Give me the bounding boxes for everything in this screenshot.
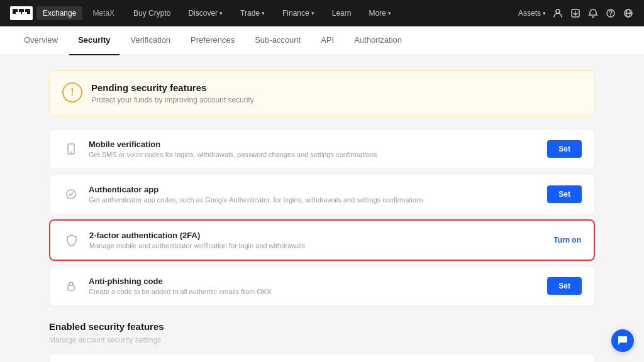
2fa-turn-on-button[interactable]: Turn on: [553, 236, 581, 244]
trade-nav[interactable]: Trade ▾: [235, 6, 270, 20]
anti-phishing-card: Anti-phishing code Create a code to be a…: [49, 266, 595, 306]
nav-right: Assets ▾: [518, 8, 634, 19]
buy-crypto-nav[interactable]: Buy Crypto: [128, 6, 175, 20]
pending-text-block: Pending security features Protect your f…: [91, 82, 254, 104]
svg-rect-4: [22, 12, 27, 17]
anti-phishing-text: Anti-phishing code Create a code to be a…: [89, 277, 538, 295]
top-navigation: Exchange MetaX Buy Crypto Discover ▾ Tra…: [0, 0, 644, 26]
assets-chevron: ▾: [543, 10, 546, 16]
download-icon[interactable]: [570, 8, 581, 19]
authenticator-app-desc: Get authenticator app codes, such as Goo…: [89, 196, 538, 204]
trade-chevron: ▾: [262, 10, 265, 16]
finance-chevron: ▾: [311, 10, 314, 16]
globe-icon[interactable]: [623, 8, 634, 19]
2fa-card: 2-factor authentication (2FA) Manage mob…: [49, 219, 595, 261]
authenticator-app-card: Authenticator app Get authenticator app …: [49, 174, 595, 214]
discover-nav[interactable]: Discover ▾: [183, 6, 228, 20]
mobile-verification-title: Mobile verification: [89, 140, 538, 149]
metax-tab[interactable]: MetaX: [86, 6, 121, 20]
pending-title: Pending security features: [91, 82, 254, 93]
mobile-verification-desc: Get SMS or voice codes for logins, withd…: [89, 151, 538, 158]
finance-nav[interactable]: Finance ▾: [277, 6, 319, 20]
warning-icon: !: [62, 82, 82, 102]
more-nav[interactable]: More ▾: [364, 6, 396, 20]
mobile-verification-text: Mobile verification Get SMS or voice cod…: [89, 140, 538, 158]
tab-preferences[interactable]: Preferences: [182, 26, 243, 55]
pending-security-banner: ! Pending security features Protect your…: [49, 70, 595, 116]
mobile-icon: [62, 140, 80, 158]
bell-icon[interactable]: [587, 8, 599, 19]
main-content: ! Pending security features Protect your…: [39, 70, 605, 362]
logo-area: Exchange MetaX: [10, 6, 121, 20]
more-chevron: ▾: [388, 10, 391, 16]
mobile-verification-card: Mobile verification Get SMS or voice cod…: [49, 129, 595, 169]
svg-rect-15: [68, 285, 74, 290]
discover-chevron: ▾: [219, 10, 223, 16]
anti-phishing-set-button[interactable]: Set: [547, 277, 582, 295]
authenticator-app-set-button[interactable]: Set: [547, 185, 582, 203]
tab-authorization[interactable]: Authorization: [345, 26, 411, 55]
svg-rect-3: [16, 12, 21, 17]
mobile-verification-set-button[interactable]: Set: [547, 140, 582, 158]
svg-point-8: [610, 15, 611, 16]
tab-overview[interactable]: Overview: [15, 26, 67, 55]
user-icon[interactable]: [552, 8, 564, 19]
help-icon[interactable]: [605, 8, 616, 19]
chat-bubble-button[interactable]: [611, 329, 634, 352]
learn-nav[interactable]: Learn: [327, 6, 357, 20]
shield-icon: [63, 231, 80, 249]
lock-icon: [62, 277, 80, 295]
authenticator-app-title: Authenticator app: [89, 185, 538, 194]
okx-logo[interactable]: [10, 6, 33, 20]
pending-subtitle: Protect your funds by improving account …: [91, 96, 254, 104]
authenticator-icon: [62, 185, 80, 203]
tab-security[interactable]: Security: [69, 26, 119, 55]
2fa-text: 2-factor authentication (2FA) Manage mob…: [89, 231, 545, 250]
exchange-tab[interactable]: Exchange: [36, 6, 82, 20]
2fa-desc: Manage mobile and authenticator verifica…: [89, 242, 545, 250]
anti-phishing-title: Anti-phishing code: [89, 277, 538, 286]
sub-navigation: Overview Security Verification Preferenc…: [0, 26, 644, 55]
tab-verification[interactable]: Verification: [122, 26, 180, 55]
tab-api[interactable]: API: [312, 26, 343, 55]
svg-point-5: [556, 9, 560, 13]
enabled-section-subtitle: Manage account security settings: [49, 336, 595, 344]
anti-phishing-desc: Create a code to be added to all authent…: [89, 288, 538, 295]
authenticator-app-text: Authenticator app Get authenticator app …: [89, 185, 538, 204]
login-password-card: Login password Change Password: [49, 353, 595, 362]
2fa-title: 2-factor authentication (2FA): [89, 231, 545, 240]
tab-sub-account[interactable]: Sub-account: [246, 26, 309, 55]
enabled-section-title: Enabled security features: [49, 321, 595, 332]
assets-nav[interactable]: Assets ▾: [518, 9, 546, 18]
